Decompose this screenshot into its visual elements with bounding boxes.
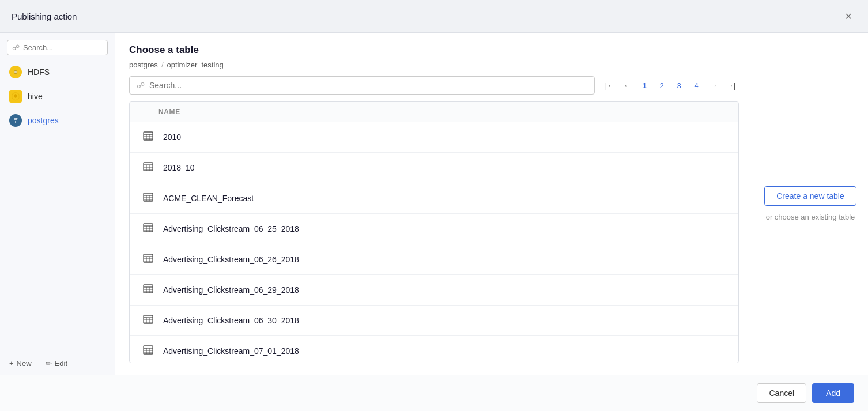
table-row-name: Advertising_Clickstream_06_30_2018	[163, 316, 299, 325]
close-button[interactable]: ×	[840, 8, 856, 24]
table-row[interactable]: 2018_10	[130, 153, 738, 183]
sidebar-items-list: HDFS hive	[0, 60, 115, 352]
breadcrumb: postgres / optimizer_testing	[129, 61, 739, 69]
table-row[interactable]: Advertising_Clickstream_06_26_2018	[130, 244, 738, 275]
table-row-icon	[141, 252, 155, 266]
table-row-icon	[141, 344, 155, 358]
sidebar-footer: + New ✏ Edit	[0, 352, 115, 375]
table-row-icon	[141, 314, 155, 327]
last-page-button[interactable]: →|	[723, 77, 739, 93]
sidebar-item-hive-label: hive	[28, 92, 43, 101]
sidebar-search-icon: ☍	[12, 43, 20, 52]
sidebar-search-wrapper[interactable]: ☍ /	[7, 40, 108, 55]
main-header: Choose a table postgres / optimizer_test…	[129, 44, 739, 69]
sidebar-item-hdfs-label: HDFS	[28, 67, 50, 77]
table-row[interactable]: Advertising_Clickstream_06_25_2018	[130, 214, 738, 244]
new-button[interactable]: + New	[9, 359, 32, 368]
table-row[interactable]: 2010	[130, 122, 738, 153]
sidebar-search-area: ☍ /	[0, 33, 115, 60]
table-row-name: ACME_CLEAN_Forecast	[163, 194, 254, 203]
main-search-wrapper[interactable]: ☍	[129, 76, 595, 95]
cancel-button[interactable]: Cancel	[757, 383, 806, 403]
modal-footer: Cancel Add	[0, 375, 868, 411]
table-row-icon	[141, 130, 155, 144]
breadcrumb-separator: /	[161, 61, 164, 69]
name-column-header: NAME	[158, 108, 180, 116]
sidebar-item-postgres[interactable]: postgres	[0, 108, 115, 133]
page-1-button[interactable]: 1	[636, 77, 652, 93]
main-search-icon: ☍	[137, 81, 145, 90]
table-row-icon	[141, 222, 155, 236]
table-row-icon	[141, 191, 155, 205]
postgres-icon-wrapper	[9, 114, 22, 127]
table-row[interactable]: Advertising_Clickstream_07_01_2018	[130, 336, 738, 363]
edit-label: Edit	[55, 359, 67, 368]
table-rows-container: 2010 2018_10	[130, 122, 738, 363]
main-content: Choose a table postgres / optimizer_test…	[115, 33, 753, 375]
add-button[interactable]: Add	[812, 383, 854, 403]
sidebar-item-hive[interactable]: hive	[0, 84, 115, 108]
postgres-icon	[9, 114, 22, 127]
sidebar-item-postgres-label: postgres	[28, 116, 59, 125]
table-row-name: 2018_10	[163, 163, 195, 172]
next-page-button[interactable]: →	[705, 77, 722, 93]
choose-table-title: Choose a table	[129, 44, 739, 56]
sidebar: ☍ /	[0, 33, 115, 375]
page-2-button[interactable]: 2	[654, 77, 670, 93]
modal-title: Publishing action	[12, 12, 77, 21]
breadcrumb-schema: optimizer_testing	[167, 61, 224, 69]
table-row-icon	[141, 283, 155, 297]
main-search-input[interactable]	[149, 81, 587, 90]
table-row-icon	[141, 161, 155, 175]
table-header: NAME	[130, 102, 738, 122]
table-row[interactable]: Advertising_Clickstream_06_30_2018	[130, 306, 738, 336]
table-area: NAME 2010	[129, 101, 739, 363]
svg-point-5	[17, 118, 18, 119]
pencil-icon: ✏	[46, 359, 52, 368]
hdfs-icon	[9, 66, 22, 78]
right-panel: Create a new table or choose an existing…	[753, 33, 868, 375]
sidebar-item-hdfs[interactable]: HDFS	[0, 60, 115, 84]
page-3-button[interactable]: 3	[671, 77, 687, 93]
hdfs-icon-wrapper	[9, 66, 22, 78]
breadcrumb-db: postgres	[129, 61, 158, 69]
first-page-button[interactable]: |←	[602, 77, 618, 93]
table-row-name: Advertising_Clickstream_06_26_2018	[163, 255, 299, 264]
edit-button[interactable]: ✏ Edit	[46, 359, 67, 368]
create-new-table-button[interactable]: Create a new table	[764, 186, 856, 206]
hive-icon	[9, 90, 22, 103]
modal-header: Publishing action ×	[0, 0, 868, 33]
table-row-name: Advertising_Clickstream_07_01_2018	[163, 346, 299, 356]
page-4-button[interactable]: 4	[688, 77, 704, 93]
publishing-action-modal: Publishing action × ☍ /	[0, 0, 868, 411]
table-row[interactable]: Advertising_Clickstream_06_29_2018	[130, 275, 738, 306]
plus-icon: +	[9, 359, 14, 368]
svg-point-1	[14, 71, 17, 73]
table-row-name: Advertising_Clickstream_06_29_2018	[163, 285, 299, 295]
pagination: |← ← 1 2 3 4 → →|	[602, 77, 739, 93]
hive-icon-wrapper	[9, 90, 22, 103]
prev-page-button[interactable]: ←	[619, 77, 635, 93]
table-row[interactable]: ACME_CLEAN_Forecast	[130, 183, 738, 214]
sidebar-search-input[interactable]	[23, 43, 120, 52]
new-label: New	[17, 359, 32, 368]
or-choose-text: or choose an existing table	[766, 213, 855, 221]
table-row-name: Advertising_Clickstream_06_25_2018	[163, 224, 299, 233]
modal-body: ☍ /	[0, 33, 868, 375]
table-row-name: 2010	[163, 133, 181, 142]
search-and-pagination: ☍ |← ← 1 2 3 4 → →|	[129, 76, 739, 95]
